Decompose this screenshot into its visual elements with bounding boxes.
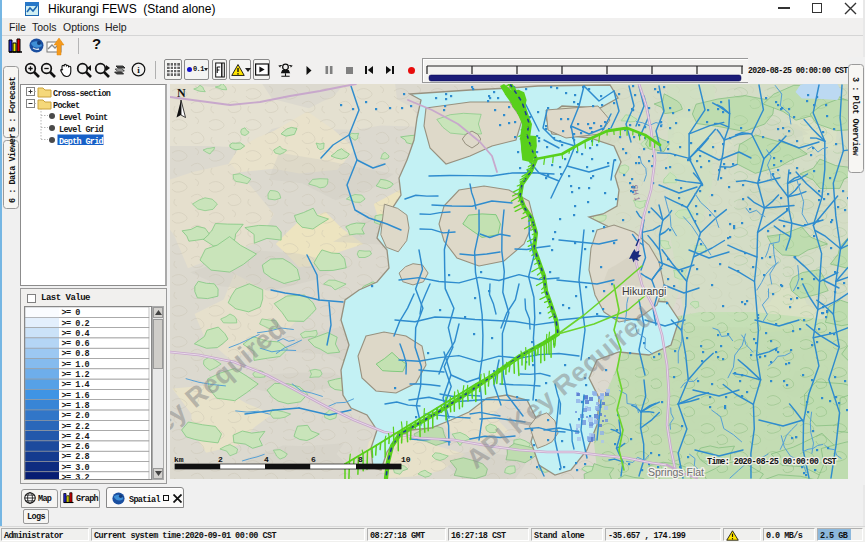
svg-text:>= 3.0: >= 3.0: [62, 463, 90, 473]
svg-text:>= 1.2: >= 1.2: [62, 370, 90, 380]
svg-text:Level Grid: Level Grid: [59, 125, 104, 135]
svg-text:km: km: [174, 455, 184, 464]
svg-text:>= 0.8: >= 0.8: [62, 349, 90, 359]
svg-text:Time: 2020-08-25 00:00:00 CST: Time: 2020-08-25 00:00:00 CST: [707, 457, 837, 467]
svg-text:3 : Plot Overview: 3 : Plot Overview: [850, 77, 860, 157]
svg-text:>= 2.4: >= 2.4: [62, 432, 90, 442]
svg-text:Pocket: Pocket: [53, 101, 80, 111]
svg-text:>= 0.2: >= 0.2: [62, 319, 90, 329]
svg-text:8: 8: [358, 455, 363, 464]
svg-text:Springs Flat: Springs Flat: [648, 466, 704, 478]
svg-text:Level Point: Level Point: [59, 113, 108, 123]
svg-text:>= 1.8: >= 1.8: [62, 401, 90, 411]
svg-text:>= 2.2: >= 2.2: [62, 422, 90, 432]
svg-text:>= 2.6: >= 2.6: [62, 442, 90, 452]
svg-text:>= 0.6: >= 0.6: [62, 339, 90, 349]
svg-text:4: 4: [264, 455, 269, 464]
svg-text:Cross-section: Cross-section: [53, 89, 111, 99]
svg-text:>= 1.0: >= 1.0: [62, 360, 90, 370]
svg-text:>= 1.6: >= 1.6: [62, 391, 90, 401]
svg-text:N: N: [177, 86, 186, 100]
svg-text:Hikurangi: Hikurangi: [622, 285, 666, 297]
svg-text:>= 1.4: >= 1.4: [62, 380, 90, 390]
svg-text:>= 2.8: >= 2.8: [62, 452, 90, 462]
svg-text:6: 6: [311, 455, 316, 464]
svg-text:Depth Grid: Depth Grid: [59, 137, 104, 147]
svg-text:>= 2.0: >= 2.0: [62, 411, 90, 421]
svg-text:i: i: [137, 65, 140, 75]
svg-text:2: 2: [218, 455, 223, 464]
svg-text:10: 10: [401, 455, 411, 464]
svg-text:6 : Data Viewer: 6 : Data Viewer: [8, 134, 18, 203]
svg-text:5 : Forecast: 5 : Forecast: [8, 76, 18, 132]
svg-text:>= 0.4: >= 0.4: [62, 329, 90, 339]
svg-text:>= 3.2: >= 3.2: [62, 473, 90, 480]
svg-text:>= 0: >= 0: [62, 308, 81, 318]
